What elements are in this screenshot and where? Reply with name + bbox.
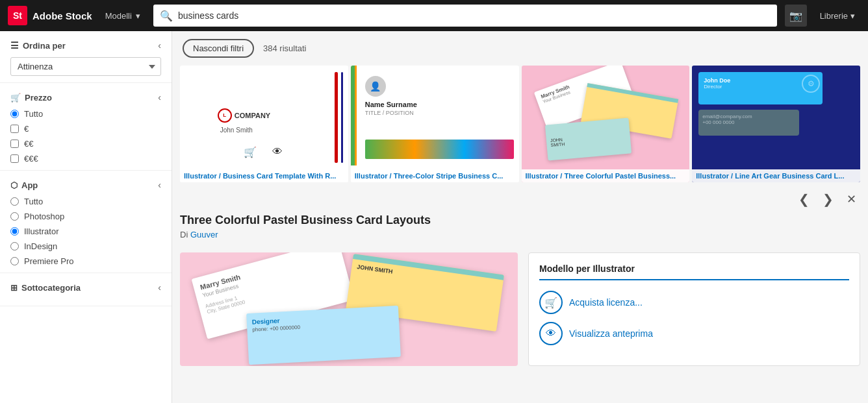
search-input[interactable] (178, 10, 771, 21)
price-title: 🛒 Prezzo (10, 93, 52, 103)
camera-icon: 📷 (789, 10, 802, 22)
thumbnail-app-label: Illustrator (526, 172, 559, 180)
thumbnail-item[interactable]: John Doe Director ⚙ email@company.com +0… (692, 66, 860, 182)
eye-icon: 👁 (546, 328, 556, 339)
price-option-three[interactable]: €€€ (10, 154, 161, 164)
app-icon: ⬡ (10, 180, 18, 190)
subcategory-section: ⊞ Sottocategoria ‹ (0, 273, 172, 306)
nav-next-button[interactable]: ❯ (819, 190, 837, 208)
top-bar: Nascondi filtri 384 risultati (172, 31, 868, 66)
subcategory-icon: ⊞ (10, 283, 18, 293)
preview-icon-circle: 👁 (539, 322, 563, 345)
sort-collapse-icon[interactable]: ‹ (158, 40, 161, 51)
sort-title: ☰ Ordina per (10, 40, 66, 51)
detail-action-buy[interactable]: 🛒 Acquista licenza... (539, 291, 849, 314)
thumbnail-item[interactable]: 👤 Name Surname TITLE / POSITION Illustra… (351, 66, 519, 182)
thumbnail-caption: Illustrator / Business Card Template Wit… (180, 169, 348, 182)
thumbnail-app-label: Illustrator (355, 172, 388, 180)
thumbnail-app-label: Illustrator (184, 172, 217, 180)
price-section-header: 🛒 Prezzo ‹ (10, 92, 161, 103)
price-option-two[interactable]: €€ (10, 139, 161, 149)
detail-info-panel: Modello per Illustrator 🛒 Acquista licen… (528, 252, 860, 366)
thumbnail-title: / Three-Color Stripe Business C... (390, 172, 504, 180)
app-option-indesign[interactable]: InDesign (10, 241, 161, 251)
thumbnail-caption: Illustrator / Line Art Gear Business Car… (692, 169, 860, 182)
detail-preview-image: Marry Smith Your Business Address line 1… (180, 252, 518, 366)
search-bar: 🔍 (153, 5, 777, 27)
app-title: ⬡ App (10, 180, 38, 190)
detail-content: Marry Smith Your Business Address line 1… (180, 252, 860, 366)
chevron-down-icon: ▾ (850, 11, 855, 21)
adobe-stock-logo-icon: St (8, 6, 27, 25)
chevron-down-icon: ▾ (136, 11, 140, 21)
thumbnail-app-label: Illustrator (696, 172, 729, 180)
thumbnails-row: L COMPANY John Smith 🛒 👁 Illustrator / B… (172, 66, 868, 188)
app-option-all[interactable]: Tutto (10, 197, 161, 206)
models-dropdown-button[interactable]: Modelli ▾ (100, 8, 146, 23)
detail-navigation: ❮ ❯ ✕ (180, 188, 860, 214)
app-section: ⬡ App ‹ Tutto Photoshop Illustrator InDe… (0, 171, 172, 273)
buy-icon-circle: 🛒 (539, 291, 563, 314)
detail-action-preview[interactable]: 👁 Visualizza anteprima (539, 322, 849, 345)
price-icon: 🛒 (10, 93, 21, 103)
sort-icon: ☰ (10, 40, 19, 51)
results-count: 384 risultati (263, 43, 306, 53)
thumbnail-title: / Three Colorful Pastel Business... (560, 172, 676, 180)
price-radio-group: Tutto € €€ €€€ (10, 109, 161, 164)
app-option-illustrator[interactable]: Illustrator (10, 226, 161, 236)
preview-button[interactable]: 👁 (266, 141, 288, 163)
author-link[interactable]: Guuver (190, 230, 218, 239)
camera-search-button[interactable]: 📷 (785, 5, 807, 27)
thumbnail-caption: Illustrator / Three Colorful Pastel Busi… (522, 169, 690, 182)
subcategory-title: ⊞ Sottocategoria (10, 283, 81, 293)
price-option-one[interactable]: € (10, 124, 161, 134)
thumbnail-actions: 🛒 👁 (180, 141, 348, 163)
buy-label: Acquista licenza... (569, 297, 643, 308)
sort-section: ☰ Ordina per ‹ Attinenza Più recenti Più… (0, 31, 172, 83)
subcategory-section-header: ⊞ Sottocategoria ‹ (10, 282, 161, 293)
nav-prev-button[interactable]: ❮ (795, 190, 813, 208)
app-header: St Adobe Stock Modelli ▾ 🔍 📷 Librerie ▾ (0, 0, 868, 31)
hide-filters-button[interactable]: Nascondi filtri (183, 39, 254, 58)
search-icon: 🔍 (160, 10, 173, 22)
app-collapse-icon[interactable]: ‹ (158, 180, 161, 190)
thumbnail-title: / Line Art Gear Business Card L... (731, 172, 844, 180)
sort-select[interactable]: Attinenza Più recenti Più popolari (10, 57, 161, 76)
detail-panel: ❮ ❯ ✕ Three Colorful Pastel Business Car… (172, 188, 868, 374)
sidebar: ☰ Ordina per ‹ Attinenza Più recenti Più… (0, 31, 172, 403)
price-section: 🛒 Prezzo ‹ Tutto € €€ €€€ (0, 83, 172, 171)
app-option-photoshop[interactable]: Photoshop (10, 212, 161, 221)
subcategory-collapse-icon[interactable]: ‹ (158, 282, 161, 293)
thumbnail-item[interactable]: Marry Smith Your Business JOHNSMITH Illu… (522, 66, 690, 182)
detail-title: Three Colorful Pastel Business Card Layo… (180, 214, 860, 227)
app-radio-group: Tutto Photoshop Illustrator InDesign Pre… (10, 197, 161, 266)
price-option-all[interactable]: Tutto (10, 109, 161, 119)
detail-sidebar-title: Modello per Illustrator (539, 263, 849, 280)
sort-section-header: ☰ Ordina per ‹ (10, 40, 161, 51)
main-layout: ☰ Ordina per ‹ Attinenza Più recenti Più… (0, 31, 868, 403)
thumbnail-caption: Illustrator / Three-Color Stripe Busines… (351, 169, 519, 182)
cart-icon: 🛒 (544, 297, 557, 309)
thumbnail-item[interactable]: L COMPANY John Smith 🛒 👁 Illustrator / B… (180, 66, 348, 182)
preview-label: Visualizza anteprima (569, 328, 653, 339)
detail-author: Di Guuver (180, 230, 860, 239)
app-option-premiere[interactable]: Premiere Pro (10, 256, 161, 266)
content-area: Nascondi filtri 384 risultati L COMPANY … (172, 31, 868, 403)
thumbnail-title: / Business Card Template With R... (219, 172, 337, 180)
logo-area: St Adobe Stock (8, 6, 92, 25)
app-section-header: ⬡ App ‹ (10, 180, 161, 190)
price-collapse-icon[interactable]: ‹ (158, 92, 161, 103)
add-to-cart-button[interactable]: 🛒 (239, 141, 261, 163)
app-title: Adobe Stock (32, 10, 92, 21)
librerie-button[interactable]: Librerie ▾ (815, 8, 860, 23)
nav-close-button[interactable]: ✕ (843, 191, 860, 208)
